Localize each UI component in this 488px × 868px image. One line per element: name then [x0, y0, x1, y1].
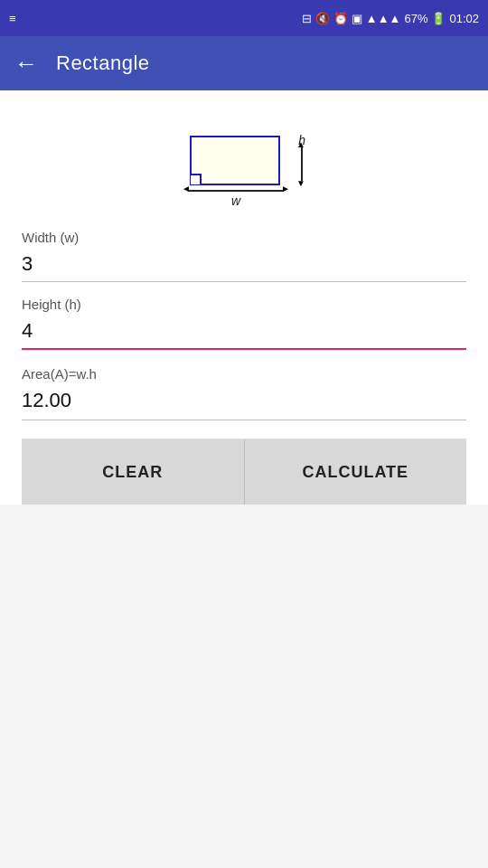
diagram-wrapper: h w — [181, 127, 307, 208]
menu-icon: ≡ — [9, 12, 16, 25]
h-arrow — [188, 190, 284, 192]
result-label: Area(A)=w.h — [22, 366, 466, 382]
main-content: h w Width (w) Height (h) Area(A)=w.h 12.… — [0, 90, 488, 505]
calculate-button[interactable]: CALCULATE — [245, 439, 467, 505]
app-bar: ← Rectangle — [0, 36, 488, 90]
signal-icon: ▲▲▲ — [366, 12, 401, 25]
height-label: Height (h) — [22, 297, 466, 312]
w-label: w — [231, 193, 240, 208]
mute-icon: 🔇 — [315, 12, 330, 25]
cast-icon: ⊟ — [302, 12, 312, 25]
rect-shape — [190, 136, 280, 185]
width-group: Width (w) — [22, 230, 466, 282]
h-dimension: h — [298, 134, 305, 181]
page-title: Rectangle — [56, 52, 150, 75]
clear-button[interactable]: CLEAR — [22, 439, 245, 505]
back-button[interactable]: ← — [14, 52, 38, 75]
height-group: Height (h) — [22, 297, 466, 350]
height-input[interactable] — [22, 314, 466, 350]
time-display: 01:02 — [449, 12, 479, 25]
battery-icon: 🔋 — [431, 12, 446, 25]
result-value: 12.00 — [22, 383, 466, 420]
result-group: Area(A)=w.h 12.00 — [22, 366, 466, 420]
v-arrow — [301, 146, 303, 181]
width-label: Width (w) — [22, 230, 466, 245]
status-left: ≡ — [9, 12, 16, 25]
rectangle-diagram: h w — [22, 108, 466, 230]
width-input[interactable] — [22, 247, 466, 282]
status-bar: ≡ ⊟ 🔇 ⏰ ▣ ▲▲▲ 67% 🔋 01:02 — [0, 0, 488, 36]
w-dimension: w — [188, 190, 284, 208]
sim-icon: ▣ — [352, 12, 362, 25]
status-right: ⊟ 🔇 ⏰ ▣ ▲▲▲ 67% 🔋 01:02 — [302, 12, 479, 25]
battery-percent: 67% — [404, 12, 427, 25]
bottom-area — [0, 505, 488, 794]
button-row: CLEAR CALCULATE — [22, 439, 466, 505]
alarm-icon: ⏰ — [333, 12, 348, 25]
